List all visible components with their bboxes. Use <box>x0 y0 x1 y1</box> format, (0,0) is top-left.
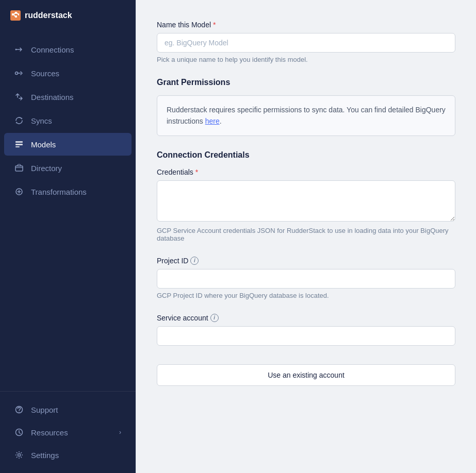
logo-text: rudderstack <box>25 11 72 20</box>
sidebar-bottom: Support Resources › Settings <box>0 391 136 473</box>
bigquery-link[interactable]: here <box>205 117 220 125</box>
service-account-info-icon[interactable]: i <box>210 314 219 322</box>
service-account-input[interactable] <box>157 326 455 346</box>
permissions-box: Rudderstack requires specific permission… <box>157 95 455 136</box>
svg-line-4 <box>14 13 15 14</box>
name-model-label: Name this Model * <box>157 21 455 29</box>
sidebar-item-syncs[interactable]: Syncs <box>4 109 132 132</box>
sidebar-item-label: Connections <box>31 45 74 54</box>
sidebar-item-settings[interactable]: Settings <box>4 444 132 466</box>
main-content: Name this Model * Pick a unique name to … <box>136 0 476 473</box>
svg-line-5 <box>14 14 15 16</box>
sidebar-item-label: Models <box>31 140 56 149</box>
project-id-input[interactable] <box>157 269 455 289</box>
sidebar-item-label: Resources <box>31 428 68 437</box>
credentials-label: Credentials * <box>157 168 455 176</box>
service-account-label: Service account i <box>157 314 455 322</box>
sidebar-item-support[interactable]: Support <box>4 399 132 420</box>
name-model-group: Name this Model * Pick a unique name to … <box>157 21 455 63</box>
grant-permissions-title: Grant Permissions <box>157 78 455 87</box>
name-hint: Pick a unique name to help you identify … <box>157 56 455 63</box>
svg-rect-12 <box>15 166 23 171</box>
models-icon <box>14 140 24 149</box>
service-account-field-group: Service account i <box>157 314 455 346</box>
syncs-icon <box>14 116 24 125</box>
credentials-field-group: Credentials * GCP Service Account creden… <box>157 168 455 242</box>
sidebar-item-resources[interactable]: Resources › <box>4 421 132 443</box>
sources-icon <box>14 69 24 78</box>
project-id-field-group: Project ID i GCP Project ID where your B… <box>157 257 455 299</box>
sidebar-item-sources[interactable]: Sources <box>4 62 132 85</box>
connections-icon <box>14 45 24 54</box>
connection-credentials-group: Connection Credentials Credentials * GCP… <box>157 150 455 386</box>
svg-rect-9 <box>15 141 23 143</box>
grant-permissions-group: Grant Permissions Rudderstack requires s… <box>157 78 455 136</box>
resources-chevron-icon: › <box>119 429 121 436</box>
resources-icon <box>14 428 24 437</box>
sidebar-item-transformations[interactable]: Transformations <box>4 180 132 203</box>
sidebar-item-label: Directory <box>31 164 62 173</box>
sidebar-item-label: Sources <box>31 69 59 78</box>
svg-point-17 <box>18 454 21 457</box>
sidebar-item-label: Support <box>31 406 58 414</box>
svg-rect-11 <box>15 146 20 147</box>
svg-rect-2 <box>15 15 17 18</box>
sidebar-item-directory[interactable]: Directory <box>4 157 132 179</box>
main-nav: Connections Sources Destinations <box>0 33 136 391</box>
required-star: * <box>213 21 216 29</box>
project-id-info-icon[interactable]: i <box>190 257 199 265</box>
logo-icon <box>10 10 21 21</box>
support-icon <box>14 405 24 414</box>
sidebar-item-models[interactable]: Models <box>4 133 132 156</box>
credentials-hint: GCP Service Account credentials JSON for… <box>157 227 455 242</box>
use-existing-account-button[interactable]: Use an existing account <box>157 364 455 386</box>
sidebar-item-label: Syncs <box>31 116 52 125</box>
credentials-textarea[interactable] <box>157 180 455 222</box>
sidebar-item-connections[interactable]: Connections <box>4 38 132 61</box>
sidebar-item-label: Transformations <box>31 188 87 196</box>
sidebar-item-destinations[interactable]: Destinations <box>4 86 132 108</box>
directory-icon <box>14 163 24 173</box>
sidebar-item-label: Settings <box>31 451 59 460</box>
svg-rect-3 <box>18 13 19 15</box>
destinations-icon <box>14 92 24 102</box>
settings-icon <box>14 450 24 460</box>
sidebar-item-label: Destinations <box>31 93 74 102</box>
svg-line-6 <box>17 13 18 14</box>
transformations-icon <box>14 187 24 196</box>
sidebar: rudderstack Connections Sources <box>0 0 136 473</box>
connection-credentials-title: Connection Credentials <box>157 150 455 160</box>
project-id-hint: GCP Project ID where your BigQuery datab… <box>157 292 455 299</box>
svg-point-7 <box>15 49 17 50</box>
project-id-label: Project ID i <box>157 257 455 265</box>
svg-rect-1 <box>15 12 17 14</box>
credentials-required-star: * <box>195 168 198 176</box>
svg-rect-0 <box>12 13 14 15</box>
logo-container: rudderstack <box>0 0 136 33</box>
svg-rect-10 <box>15 144 23 145</box>
svg-point-15 <box>19 412 20 413</box>
form-content: Name this Model * Pick a unique name to … <box>136 0 476 421</box>
model-name-input[interactable] <box>157 33 455 53</box>
